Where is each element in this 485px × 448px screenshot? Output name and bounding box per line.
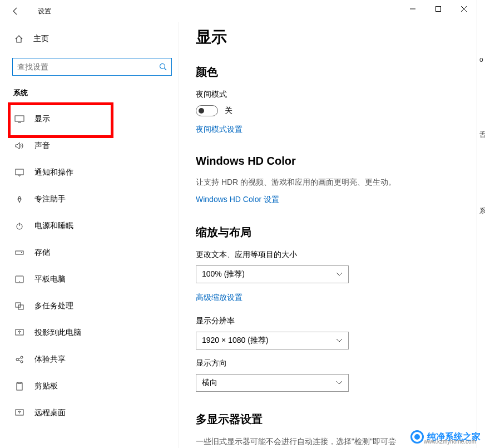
svg-line-5 [165, 68, 167, 71]
resolution-value: 1920 × 1080 (推荐) [202, 336, 268, 346]
nav-item-power[interactable]: 电源和睡眠 [12, 213, 179, 239]
nav-label: 平板电脑 [34, 274, 66, 284]
search-icon [159, 63, 167, 71]
page-title: 显示 [196, 27, 477, 48]
power-icon [14, 221, 24, 230]
night-mode-toggle[interactable] [196, 105, 218, 116]
orientation-dropdown[interactable]: 横向 [196, 374, 349, 392]
edge-decor: o 舌 系 [479, 56, 485, 283]
watermark-url: www.kzmyhome.com [424, 439, 476, 445]
display-icon [14, 115, 24, 123]
back-button[interactable] [4, 0, 27, 22]
resolution-dropdown[interactable]: 1920 × 1080 (推荐) [196, 332, 349, 349]
remote-icon [14, 409, 24, 417]
focus-icon [14, 195, 24, 204]
search-input[interactable] [17, 62, 167, 71]
svg-rect-8 [16, 169, 23, 175]
chevron-down-icon [336, 381, 343, 385]
nav-item-sound[interactable]: 声音 [12, 132, 179, 159]
orientation-label: 显示方向 [196, 358, 477, 368]
nav-item-storage[interactable]: 存储 [12, 239, 179, 266]
multitask-icon [14, 302, 24, 310]
hd-color-title: Windows HD Color [196, 155, 477, 168]
svg-line-21 [18, 358, 21, 359]
night-mode-label: 夜间模式 [196, 90, 477, 100]
hd-color-description: 让支持 HDR 的视频、游戏和应用的画面更明亮、更生动。 [196, 178, 477, 188]
svg-point-20 [21, 361, 23, 363]
watermark-icon [410, 430, 424, 444]
scale-label: 更改文本、应用等项目的大小 [196, 250, 477, 260]
svg-line-22 [18, 360, 21, 361]
orientation-value: 横向 [202, 378, 217, 388]
svg-point-18 [16, 358, 18, 361]
section-label: 系统 [13, 88, 179, 98]
close-button[interactable] [451, 0, 477, 18]
nav-label: 多任务处理 [34, 301, 73, 311]
color-section-title: 颜色 [196, 65, 477, 80]
share-icon [14, 355, 24, 364]
nav-item-project[interactable]: 投影到此电脑 [12, 319, 179, 346]
search-box[interactable] [12, 58, 172, 76]
scale-section-title: 缩放与布局 [196, 225, 477, 240]
nav-label: 剪贴板 [34, 381, 58, 391]
svg-point-4 [160, 64, 165, 69]
nav-item-multitask[interactable]: 多任务处理 [12, 293, 179, 319]
svg-point-19 [21, 356, 23, 358]
nav-label: 专注助手 [34, 194, 66, 204]
svg-rect-23 [17, 383, 22, 390]
svg-rect-1 [436, 7, 441, 12]
home-label: 主页 [33, 34, 49, 44]
nav-label: 体验共享 [34, 355, 66, 365]
titlebar: 设置 [0, 0, 477, 22]
sound-icon [14, 142, 24, 150]
nav-item-display[interactable]: 显示 [12, 106, 179, 132]
nav-item-remote[interactable]: 远程桌面 [12, 400, 179, 426]
nav-item-clipboard[interactable]: 剪贴板 [12, 373, 179, 400]
advanced-scale-link[interactable]: 高级缩放设置 [196, 293, 242, 303]
chevron-down-icon [336, 272, 343, 277]
scale-dropdown[interactable]: 100% (推荐) [196, 265, 349, 283]
project-icon [14, 329, 24, 337]
window-title: 设置 [38, 7, 51, 16]
nav-label: 投影到此电脑 [34, 328, 81, 338]
maximize-button[interactable] [425, 0, 451, 18]
storage-icon [14, 249, 24, 256]
nav-item-notifications[interactable]: 通知和操作 [12, 159, 179, 186]
nav-label: 声音 [34, 141, 50, 151]
nav-item-focus[interactable]: 专注助手 [12, 186, 179, 213]
hd-color-settings-link[interactable]: Windows HD Color 设置 [196, 195, 279, 205]
toggle-state: 关 [225, 106, 232, 116]
scale-value: 100% (推荐) [202, 269, 245, 279]
clipboard-icon [14, 382, 24, 391]
notification-icon [14, 169, 24, 176]
chevron-down-icon [336, 338, 343, 343]
night-mode-settings-link[interactable]: 夜间模式设置 [196, 125, 242, 135]
resolution-label: 显示分辨率 [196, 316, 477, 326]
svg-point-12 [21, 252, 22, 253]
nav-label: 存储 [34, 248, 50, 258]
nav-label: 显示 [34, 114, 50, 124]
nav-item-share[interactable]: 体验共享 [12, 346, 179, 373]
content-area: 显示 颜色 夜间模式 关 夜间模式设置 Windows HD Color 让支持… [179, 22, 477, 448]
tablet-icon [14, 275, 24, 283]
sidebar: 主页 系统 显示 声音 通知和操作 [0, 22, 179, 448]
home-icon [14, 35, 24, 43]
home-link[interactable]: 主页 [12, 29, 179, 49]
minimize-button[interactable] [400, 0, 425, 18]
svg-point-14 [19, 281, 20, 282]
nav-item-tablet[interactable]: 平板电脑 [12, 266, 179, 293]
nav-label: 通知和操作 [34, 168, 73, 178]
watermark: 纯净系统之家 www.kzmyhome.com [410, 430, 481, 444]
nav-label: 电源和睡眠 [34, 221, 73, 231]
nav-label: 远程桌面 [34, 408, 66, 418]
multi-display-title: 多显示器设置 [196, 412, 477, 427]
svg-rect-6 [15, 116, 24, 121]
